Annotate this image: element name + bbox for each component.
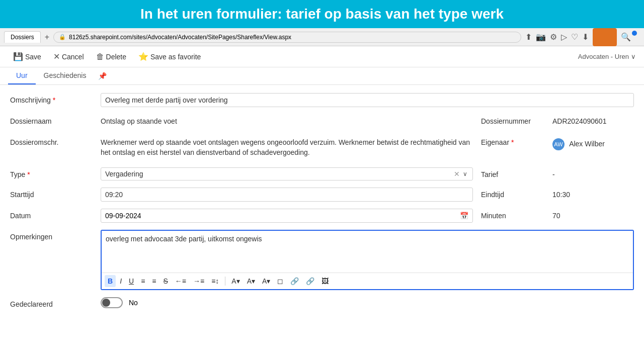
tarief-value: - xyxy=(552,167,555,178)
starttijd-row: Starttijd Eindtijd 10:30 xyxy=(10,188,634,202)
new-tab-button[interactable]: + xyxy=(45,33,49,42)
notification-dot xyxy=(632,31,637,36)
omschrijving-value[interactable] xyxy=(101,93,634,107)
favorite-label: Save as favorite xyxy=(150,53,201,61)
starttijd-input[interactable] xyxy=(101,188,473,202)
gedeclareerd-text: No xyxy=(129,299,138,307)
profile-thumbnail xyxy=(593,28,617,46)
type-label: Type * xyxy=(10,167,101,178)
breadcrumb-text: Advocaten - Uren xyxy=(578,53,629,60)
omschrijving-required: * xyxy=(53,96,55,104)
favorite-button[interactable]: ⭐ Save as favorite xyxy=(133,49,206,64)
dossieromschr-value: Werknemer werd op staande voet ontslagen… xyxy=(101,135,473,160)
strikethrough-button[interactable]: S xyxy=(160,275,171,287)
camera-icon[interactable]: 📷 xyxy=(536,32,546,42)
italic-button[interactable]: I xyxy=(117,275,125,287)
save-label: Save xyxy=(25,53,41,61)
eigenaar-container: Eigenaar * AW Alex Wilber xyxy=(473,135,634,150)
tab-label: Dossiers xyxy=(11,34,34,41)
gedeclareerd-row: Gedeclareerd No xyxy=(10,297,634,308)
address-bar[interactable]: 🔒 8126z5.sharepoint.com/sites/Advocaten/… xyxy=(53,32,521,43)
omschrijving-row: Omschrijving * xyxy=(10,93,634,107)
datum-row: Datum 📅 Minuten 70 xyxy=(10,209,634,223)
save-icon: 💾 xyxy=(13,52,23,61)
minuten-value: 70 xyxy=(552,209,560,220)
align-button[interactable]: ≡↕ xyxy=(208,275,222,287)
gedeclareerd-value[interactable]: No xyxy=(101,297,634,308)
ordered-list-button[interactable]: ≡ xyxy=(149,275,159,287)
rich-text-editor[interactable]: overleg met advocaat 3de partij, uitkoms… xyxy=(101,230,634,290)
eigenaar-name: Alex Wilber xyxy=(569,140,605,148)
play-icon[interactable]: ▷ xyxy=(561,32,567,42)
type-clear-button[interactable]: ✕ xyxy=(452,170,462,178)
eigenaar-label: Eigenaar * xyxy=(481,135,546,146)
eindtijd-container: Eindtijd 10:30 xyxy=(473,188,634,199)
avatar: AW xyxy=(552,138,565,150)
link-button[interactable]: 🔗 xyxy=(287,275,302,287)
dossiernummer-value: ADR2024090601 xyxy=(552,114,606,125)
page-banner: In het uren formulier: tarief op basis v… xyxy=(0,0,644,28)
heart-icon[interactable]: ♡ xyxy=(571,32,578,42)
minuten-label: Minuten xyxy=(481,209,546,220)
font-color-button[interactable]: A▾ xyxy=(228,275,243,287)
browser-tab[interactable]: Dossiers xyxy=(4,31,41,43)
tab-geschiedenis[interactable]: Geschiedenis xyxy=(36,67,95,84)
omschrijving-label: Omschrijving * xyxy=(10,93,101,104)
banner-text: In het uren formulier: tarief op basis v… xyxy=(140,6,504,22)
browser-icons: ⬆ 📷 ⚙ ▷ ♡ ⬇ 🔍 xyxy=(525,28,640,46)
datum-input[interactable] xyxy=(105,212,460,220)
form-content: Omschrijving * Dossiernaam Ontslag op st… xyxy=(0,85,644,362)
opmerkingen-row: Opmerkingen overleg met advocaat 3de par… xyxy=(10,230,634,290)
calendar-icon[interactable]: 📅 xyxy=(460,212,468,220)
toolbar-divider xyxy=(225,277,225,286)
unlink-button[interactable]: 🔗 xyxy=(303,275,317,287)
save-button[interactable]: 💾 Save xyxy=(8,49,46,64)
type-caret-icon[interactable]: ∨ xyxy=(462,170,468,177)
delete-icon: 🗑 xyxy=(96,52,104,61)
image-button[interactable]: 🖼 xyxy=(318,275,332,287)
lock-icon: 🔒 xyxy=(59,34,66,40)
search-icon[interactable]: 🔍 xyxy=(621,32,631,42)
font-size-button[interactable]: A▾ xyxy=(259,275,273,287)
indent-left-button[interactable]: ←≡ xyxy=(172,275,189,287)
download-icon[interactable]: ⬇ xyxy=(582,32,589,42)
toggle-knob xyxy=(102,299,110,307)
dossiernummer-label: Dossiernummer xyxy=(481,114,546,125)
bullet-list-button[interactable]: ≡ xyxy=(138,275,148,287)
delete-label: Delete xyxy=(106,53,126,61)
type-select[interactable]: Vergadering ✕ ∨ xyxy=(101,167,473,180)
browser-chrome: Dossiers + 🔒 8126z5.sharepoint.com/sites… xyxy=(0,28,644,46)
cancel-button[interactable]: ✕ Cancel xyxy=(48,49,89,64)
datum-label: Datum xyxy=(10,209,101,220)
tarief-container: Tarief - xyxy=(473,167,634,178)
action-toolbar: 💾 Save ✕ Cancel 🗑 Delete ⭐ Save as favor… xyxy=(0,46,644,67)
starttijd-label: Starttijd xyxy=(10,188,101,199)
dossiernaam-value: Ontslag op staande voet xyxy=(101,114,473,128)
dossieromschr-label: Dossieromschr. xyxy=(10,135,101,146)
eindtijd-value: 10:30 xyxy=(552,188,570,199)
tab-uur[interactable]: Uur xyxy=(8,67,36,84)
dossieromschr-text: Werknemer werd op staande voet ontslagen… xyxy=(101,135,473,160)
pin-icon[interactable]: 📌 xyxy=(94,68,111,84)
type-value[interactable]: Vergadering ✕ ∨ xyxy=(101,167,473,180)
underline-button[interactable]: U xyxy=(126,275,137,287)
datum-value[interactable]: 📅 xyxy=(101,209,473,223)
type-row: Type * Vergadering ✕ ∨ Tarief - xyxy=(10,167,634,180)
delete-button[interactable]: 🗑 Delete xyxy=(91,50,131,64)
opmerkingen-textarea[interactable]: overleg met advocaat 3de partij, uitkoms… xyxy=(102,231,633,271)
indent-right-button[interactable]: →≡ xyxy=(190,275,207,287)
clear-format-button[interactable]: ◻ xyxy=(274,275,286,287)
bold-button[interactable]: B xyxy=(105,275,116,287)
gedeclareerd-toggle[interactable] xyxy=(101,297,123,308)
dossiernummer-container: Dossiernummer ADR2024090601 xyxy=(473,114,634,125)
highlight-button[interactable]: A▾ xyxy=(244,275,258,287)
minuten-container: Minuten 70 xyxy=(473,209,634,220)
cancel-label: Cancel xyxy=(62,53,84,61)
starttijd-value[interactable] xyxy=(101,188,473,202)
settings-icon[interactable]: ⚙ xyxy=(550,32,557,42)
chevron-down-icon: ∨ xyxy=(631,53,636,60)
cancel-icon: ✕ xyxy=(53,52,60,61)
share-icon[interactable]: ⬆ xyxy=(525,32,532,42)
omschrijving-input[interactable] xyxy=(101,93,634,107)
url-text: 8126z5.sharepoint.com/sites/Advocaten/Ad… xyxy=(69,34,291,41)
